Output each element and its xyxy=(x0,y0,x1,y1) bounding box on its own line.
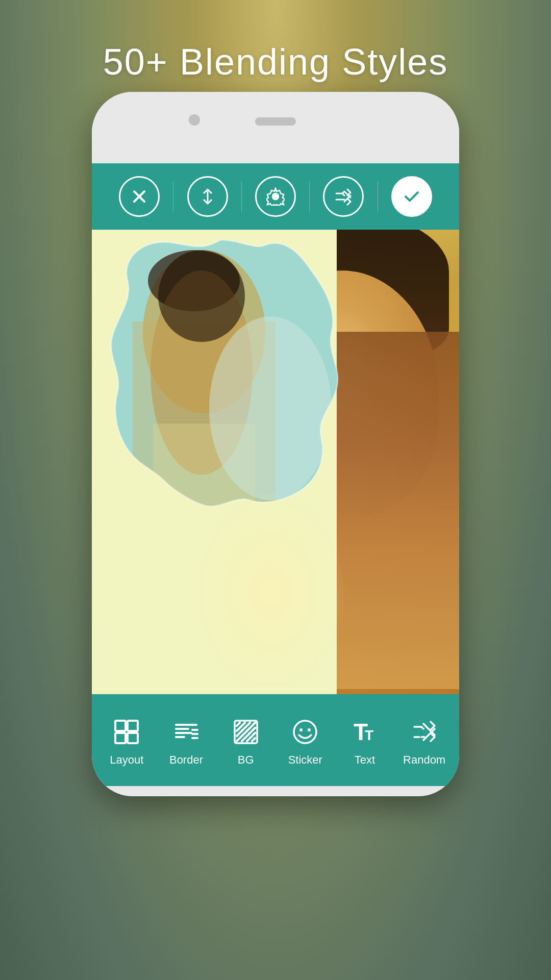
svg-point-16 xyxy=(158,250,245,342)
text-button[interactable]: T T Text xyxy=(339,719,390,767)
svg-line-36 xyxy=(237,723,240,726)
bg-icon xyxy=(233,719,259,749)
photo-canvas xyxy=(92,230,459,694)
toolbar-separator-2 xyxy=(241,181,242,212)
bg-button[interactable]: BG xyxy=(220,719,271,767)
svg-point-18 xyxy=(209,316,332,500)
sticker-button[interactable]: Sticker xyxy=(280,719,331,767)
svg-line-10 xyxy=(342,191,344,193)
blob-photo[interactable] xyxy=(92,230,352,536)
random-label: Random xyxy=(403,753,445,767)
svg-rect-21 xyxy=(115,733,126,743)
phone-speaker xyxy=(255,117,296,126)
page-title: 50+ Blending Styles xyxy=(0,0,551,83)
close-button[interactable] xyxy=(119,176,160,217)
layout-label: Layout xyxy=(110,753,143,767)
border-label: Border xyxy=(169,753,203,767)
svg-point-40 xyxy=(308,728,311,731)
layout-icon xyxy=(113,719,140,749)
phone-shell: Layout Border xyxy=(92,92,459,796)
layout-button[interactable]: Layout xyxy=(101,719,152,767)
border-icon xyxy=(173,719,199,749)
svg-text:T: T xyxy=(365,727,373,743)
random-button[interactable]: Random xyxy=(399,719,450,767)
bg-label: BG xyxy=(238,753,254,767)
swap-button[interactable] xyxy=(187,176,228,217)
shuffle-button[interactable] xyxy=(323,176,364,217)
svg-point-39 xyxy=(299,728,303,731)
random-icon xyxy=(411,719,438,749)
phone-camera xyxy=(189,114,200,126)
svg-line-46 xyxy=(421,727,423,729)
toolbar-separator-3 xyxy=(309,181,310,212)
phone-top-bar xyxy=(92,92,459,163)
toolbar-separator-4 xyxy=(378,181,378,212)
svg-line-33 xyxy=(252,738,255,741)
svg-point-38 xyxy=(294,721,316,743)
sticker-label: Sticker xyxy=(288,753,322,767)
toolbar-separator-1 xyxy=(173,181,173,212)
border-button[interactable]: Border xyxy=(161,719,212,767)
sticker-icon xyxy=(292,719,318,749)
svg-rect-19 xyxy=(115,721,126,731)
svg-rect-20 xyxy=(128,721,138,731)
confirm-button[interactable] xyxy=(391,176,432,217)
svg-rect-22 xyxy=(128,733,138,743)
text-icon: T T xyxy=(352,719,378,749)
settings-button[interactable] xyxy=(255,176,296,217)
top-toolbar xyxy=(92,163,459,230)
bottom-toolbar: Layout Border xyxy=(92,694,459,786)
text-label: Text xyxy=(355,753,375,767)
